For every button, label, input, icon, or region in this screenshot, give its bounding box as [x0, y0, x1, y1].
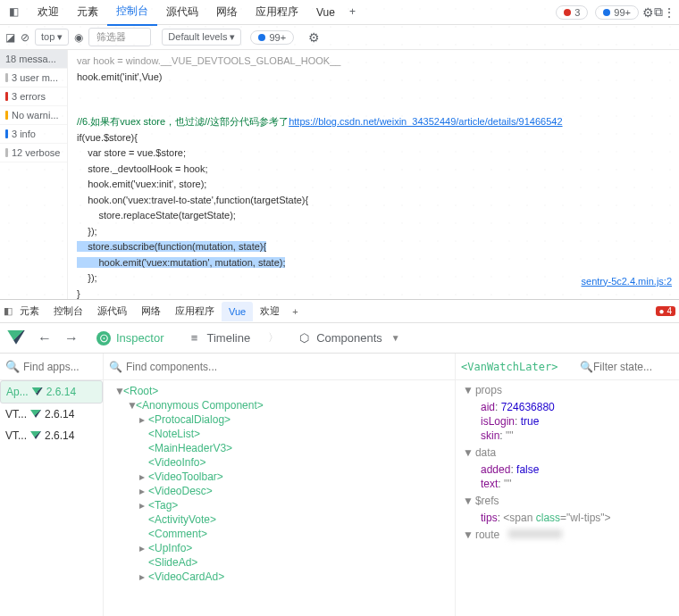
- plus-icon[interactable]: +: [287, 306, 303, 317]
- tab-welcome[interactable]: 欢迎: [29, 0, 68, 25]
- info-count-pill[interactable]: 99+: [595, 5, 639, 20]
- sidebar-info[interactable]: 3 info: [0, 125, 67, 144]
- state-prop[interactable]: skin: "": [456, 429, 679, 443]
- tree-node[interactable]: ▸<UpInfo>: [107, 541, 451, 555]
- tree-node[interactable]: <VideoInfo>: [107, 455, 451, 470]
- vue-logo-icon: [7, 330, 25, 346]
- source-link[interactable]: sentry-5c2.4.min.js:2: [582, 274, 672, 289]
- tree-node[interactable]: <ActivityVote>: [107, 512, 451, 527]
- tab-vue[interactable]: Vue: [307, 1, 344, 24]
- tab-sources[interactable]: 源代码: [157, 0, 207, 25]
- tool-inspector[interactable]: ⊙Inspector: [91, 328, 169, 349]
- state-prop[interactable]: added: false: [456, 462, 679, 477]
- tab-vue[interactable]: Vue: [222, 302, 253, 321]
- tab-network[interactable]: 网络: [207, 0, 247, 25]
- app-row[interactable]: Ap...2.6.14: [0, 380, 103, 404]
- devtools-tab-bar: ◧ 欢迎 元素 控制台 源代码 网络 应用程序 Vue + 3 99+ ⚙ ⧉ …: [0, 0, 679, 25]
- state-header: <VanWatchLater> 🔍: [456, 354, 679, 380]
- levels-select[interactable]: Default levels ▾: [162, 29, 241, 46]
- tree-node[interactable]: <Comment>: [107, 527, 451, 541]
- section-data[interactable]: ▼data: [456, 443, 679, 462]
- error-count-pill[interactable]: 3: [556, 5, 588, 20]
- section-route[interactable]: ▼route: [456, 525, 679, 545]
- sidebar-user[interactable]: 3 user m...: [0, 69, 67, 87]
- devtools-tab-bar-2: ◧ 元素 控制台 源代码 网络 应用程序 Vue 欢迎 + ● 4: [0, 300, 679, 323]
- tree-node[interactable]: <SlideAd>: [107, 555, 451, 570]
- filter-input[interactable]: 筛选器: [88, 28, 151, 46]
- inspect-icon[interactable]: ◧: [4, 305, 13, 317]
- tool-timeline[interactable]: ≡Timeline: [181, 328, 256, 349]
- sidebar-verbose[interactable]: 12 verbose: [0, 144, 67, 162]
- tree-node[interactable]: ▼<Anonymous Component>: [107, 398, 451, 412]
- tab-sources[interactable]: 源代码: [90, 300, 134, 322]
- section-refs[interactable]: ▼$refs: [456, 491, 679, 511]
- settings-icon[interactable]: ⚙: [642, 5, 654, 20]
- comp-search-input[interactable]: [126, 361, 449, 373]
- tab-console[interactable]: 控制台: [107, 0, 157, 26]
- sidebar-messages[interactable]: 18 messa...: [0, 50, 67, 69]
- apps-panel: 🔍 Ap...2.6.14VT...2.6.14VT...2.6.14: [0, 354, 104, 616]
- console-settings-icon[interactable]: ⚙: [308, 30, 320, 45]
- tree-node[interactable]: ▸<ProtocalDialog>: [107, 412, 451, 427]
- comp-search[interactable]: 🔍: [104, 354, 455, 380]
- hidden-count-pill[interactable]: 99+: [250, 30, 294, 45]
- sidebar-errors[interactable]: 3 errors: [0, 87, 67, 106]
- nav-back-icon[interactable]: ←: [38, 330, 52, 346]
- device-icon[interactable]: ⧉: [654, 4, 663, 20]
- selected-component: <VanWatchLater>: [461, 361, 557, 373]
- eye-icon[interactable]: ◉: [74, 31, 83, 44]
- tree-node[interactable]: <NoteList>: [107, 427, 451, 441]
- tool-components[interactable]: ⬡Components▼: [291, 328, 406, 349]
- apps-search[interactable]: 🔍: [0, 354, 103, 380]
- ref-row[interactable]: tips: <span class="wl-tips">: [456, 511, 679, 525]
- state-panel: <VanWatchLater> 🔍 ▼props aid: 724636880i…: [456, 354, 679, 616]
- app-row[interactable]: VT...2.6.14: [0, 404, 103, 425]
- vue-toolbar: ← → ⊙Inspector ≡Timeline 〉 ⬡Components▼: [0, 323, 679, 354]
- tree-node[interactable]: ▸<VideoDesc>: [107, 484, 451, 498]
- tree-node[interactable]: ▸<VideoCardAd>: [107, 570, 451, 584]
- tab-elements[interactable]: 元素: [68, 0, 107, 25]
- apps-search-input[interactable]: [23, 361, 104, 373]
- context-select[interactable]: top ▾: [35, 29, 69, 46]
- tree-node[interactable]: ▸<Tag>: [107, 498, 451, 512]
- console-output[interactable]: var hook = window.__VUE_DEVTOOLS_GLOBAL_…: [68, 50, 679, 299]
- more-icon[interactable]: ⋮: [663, 5, 675, 20]
- inspect-icon[interactable]: ◧: [9, 5, 23, 20]
- nav-forward-icon[interactable]: →: [64, 330, 79, 346]
- sidebar-toggle-icon[interactable]: ◪: [5, 31, 15, 44]
- tab-welcome[interactable]: 欢迎: [253, 300, 287, 322]
- state-filter-input[interactable]: [593, 361, 674, 373]
- console-sidebar: 18 messa... 3 user m... 3 errors No warn…: [0, 50, 68, 299]
- plus-icon[interactable]: +: [349, 5, 364, 20]
- app-row[interactable]: VT...2.6.14: [0, 425, 103, 446]
- tree-node[interactable]: ▼<Root>: [107, 384, 451, 398]
- tab-application[interactable]: 应用程序: [247, 0, 307, 25]
- tab-application[interactable]: 应用程序: [168, 300, 222, 322]
- state-prop[interactable]: isLogin: true: [456, 414, 679, 429]
- state-prop[interactable]: aid: 724636880: [456, 400, 679, 414]
- tab-network[interactable]: 网络: [134, 300, 168, 322]
- section-props[interactable]: ▼props: [456, 380, 679, 400]
- sidebar-warnings[interactable]: No warni...: [0, 106, 67, 125]
- clear-console-icon[interactable]: ⊘: [21, 31, 29, 44]
- console-toolbar: ◪ ⊘ top ▾ ◉ 筛选器 Default levels ▾ 99+ ⚙: [0, 25, 679, 50]
- state-prop[interactable]: text: "": [456, 477, 679, 491]
- tree-node[interactable]: ▸<VideoToolbar>: [107, 470, 451, 484]
- component-tree[interactable]: 🔍 ▼<Root>▼<Anonymous Component>▸<Protoca…: [104, 354, 456, 616]
- tab-console[interactable]: 控制台: [46, 300, 90, 322]
- tree-node[interactable]: <MainHeaderV3>: [107, 441, 451, 455]
- error-badge[interactable]: ● 4: [656, 306, 675, 316]
- tab-elements[interactable]: 元素: [13, 300, 46, 322]
